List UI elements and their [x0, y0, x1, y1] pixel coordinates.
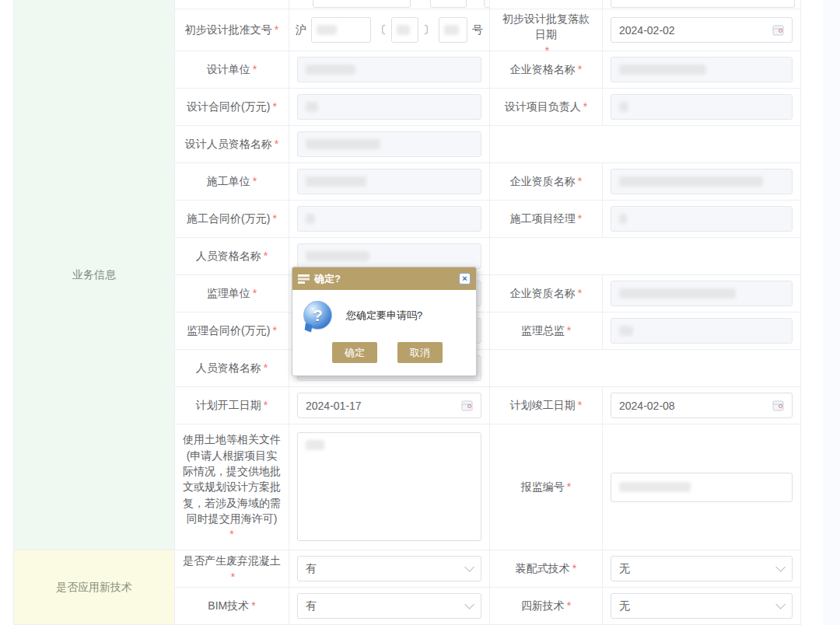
- design-leader-input[interactable]: [611, 94, 793, 120]
- redacted-value: [397, 25, 410, 35]
- section-business-info: 业务信息: [14, 0, 175, 550]
- required-asterisk: *: [275, 22, 278, 37]
- constr-manager-input[interactable]: [611, 206, 793, 232]
- doc-no-part2-input[interactable]: [391, 17, 418, 43]
- required-asterisk: *: [567, 479, 571, 494]
- label-land-doc: 使用土地等相关文件(申请人根据项目实际情况，提交供地批文或规划设计方案批复，若涉…: [175, 424, 289, 550]
- chevron-down-icon: [775, 599, 786, 609]
- redacted-value: [619, 482, 691, 492]
- confirm-button[interactable]: 确定: [332, 342, 377, 363]
- constr-person-qual-input[interactable]: [297, 243, 481, 269]
- required-asterisk: *: [253, 285, 257, 301]
- confirm-dialog: 确定? × ? 您确定要申请吗? 确定 取消: [292, 267, 477, 376]
- doc-no-prefix: 沪: [296, 23, 306, 37]
- required-asterisk: *: [578, 61, 582, 77]
- design-person-qual-input[interactable]: [297, 131, 481, 157]
- design-leader-cell: [603, 89, 801, 126]
- report-no-cell: [603, 424, 801, 550]
- truncated-value-cell: [289, 0, 490, 9]
- redacted-value: [619, 176, 763, 187]
- label-design-leader: 设计项目负责人*: [490, 89, 603, 126]
- truncated-input[interactable]: [484, 0, 490, 8]
- approval-date-cell: 2024-02-02: [603, 9, 801, 51]
- constr-qual-input[interactable]: [611, 169, 793, 194]
- calendar-icon[interactable]: [461, 400, 473, 411]
- report-no-input[interactable]: [611, 473, 793, 502]
- required-asterisk: *: [272, 323, 276, 338]
- required-asterisk: *: [578, 211, 582, 226]
- redacted-value: [619, 326, 633, 336]
- doc-no-part1-input[interactable]: [311, 17, 371, 43]
- label-prefab: 装配式技术*: [490, 550, 603, 588]
- bim-select[interactable]: 有: [297, 593, 481, 619]
- close-icon[interactable]: ×: [459, 273, 471, 285]
- waste-concrete-select[interactable]: 有: [297, 556, 481, 581]
- end-date-input[interactable]: 2024-02-08: [611, 393, 793, 418]
- design-qual-input[interactable]: [611, 57, 793, 82]
- section-label: 是否应用新技术: [56, 581, 132, 595]
- redacted-value: [306, 214, 315, 224]
- chevron-down-icon: [464, 599, 474, 609]
- prefab-select[interactable]: 无: [611, 556, 793, 581]
- dialog-message: 您确定要申请吗?: [346, 309, 422, 323]
- prefab-cell: 无: [603, 550, 801, 588]
- constr-manager-cell: [603, 201, 801, 238]
- truncated-input[interactable]: [611, 0, 795, 8]
- chevron-down-icon: [775, 562, 786, 572]
- start-date-input[interactable]: 2024-01-17: [297, 393, 481, 418]
- superv-qual-cell: [603, 275, 801, 312]
- approval-date-input[interactable]: 2024-02-02: [611, 17, 793, 43]
- label-doc-no: 初步设计批准文号*: [175, 9, 289, 51]
- design-person-qual-cell: [289, 126, 490, 163]
- truncated-label-cell: [490, 0, 603, 9]
- design-price-input[interactable]: [297, 94, 481, 120]
- redacted-value: [619, 288, 736, 299]
- label-superv-qual: 企业资质名称*: [490, 275, 603, 312]
- superv-chief-cell: [603, 312, 801, 350]
- truncated-input[interactable]: [430, 0, 467, 8]
- doc-no-part3-input[interactable]: [439, 17, 467, 43]
- required-asterisk: *: [251, 598, 255, 613]
- calendar-icon[interactable]: [772, 24, 784, 36]
- truncated-label-cell: [175, 0, 289, 9]
- redacted-value: [306, 176, 366, 187]
- label-design-person-qual: 设计人员资格名称*: [175, 126, 289, 163]
- doc-no-bracket-close: 〕: [423, 23, 434, 37]
- cancel-button[interactable]: 取消: [397, 342, 443, 363]
- required-asterisk: *: [229, 526, 233, 542]
- start-date-cell: 2024-01-17: [289, 387, 490, 424]
- calendar-icon[interactable]: [772, 400, 784, 411]
- label-four-new: 四新技术*: [490, 588, 603, 625]
- label-design-price: 设计合同价(万元)*: [175, 89, 289, 126]
- empty-cell: [490, 238, 801, 275]
- design-price-cell: [289, 89, 490, 126]
- truncated-input[interactable]: [313, 0, 411, 8]
- land-doc-textarea[interactable]: [297, 432, 481, 541]
- label-report-no: 报监编号*: [490, 424, 603, 550]
- required-asterisk: *: [231, 569, 235, 585]
- required-asterisk: *: [567, 323, 571, 338]
- design-unit-input[interactable]: [297, 57, 481, 82]
- required-asterisk: *: [264, 397, 268, 413]
- constr-unit-input[interactable]: [297, 169, 481, 194]
- redacted-value: [619, 102, 628, 112]
- redacted-value: [619, 214, 627, 224]
- label-constr-person-qual: 人员资格名称*: [175, 238, 289, 275]
- required-asterisk: *: [253, 173, 257, 189]
- empty-cell: [490, 350, 801, 387]
- superv-chief-input[interactable]: [611, 318, 793, 344]
- label-waste-concrete: 是否产生废弃混凝土*: [175, 550, 289, 588]
- constr-price-input[interactable]: [297, 206, 481, 232]
- four-new-select[interactable]: 无: [611, 593, 793, 619]
- superv-qual-input[interactable]: [611, 281, 793, 306]
- required-asterisk: *: [264, 248, 268, 264]
- redacted-value: [306, 139, 380, 149]
- dialog-body: ? 您确定要申请吗? 确定 取消: [292, 290, 476, 375]
- label-superv-price: 监理合同价(万元)*: [175, 312, 289, 350]
- label-constr-qual: 企业资质名称*: [490, 163, 603, 201]
- truncated-value-cell: [603, 0, 801, 9]
- redacted-value: [317, 25, 337, 35]
- required-asterisk: *: [578, 173, 582, 189]
- doc-no-suffix: 号: [472, 23, 483, 37]
- redacted-value: [306, 251, 369, 261]
